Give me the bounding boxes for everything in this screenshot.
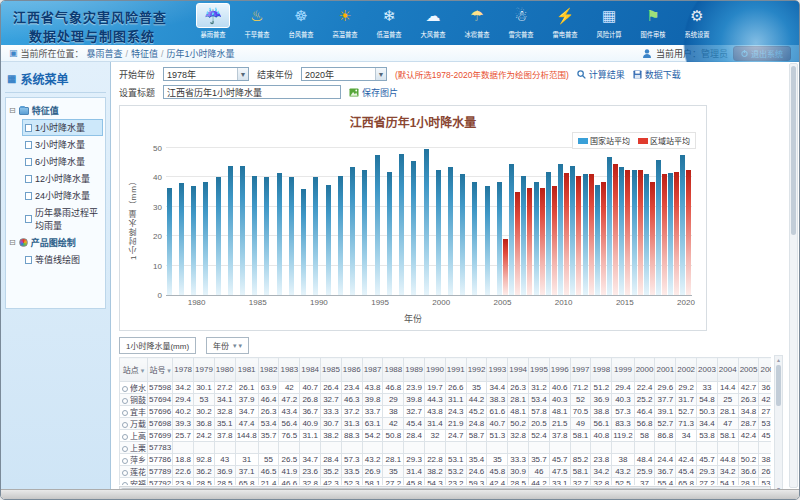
year-column-header[interactable]: 2000: [634, 358, 655, 382]
radio-icon[interactable]: [122, 386, 128, 392]
year-column-header[interactable]: 1997: [570, 358, 591, 382]
station-cell[interactable]: 莲花: [120, 466, 148, 478]
toolbar-item-6[interactable]: ☁大风普查: [411, 3, 455, 39]
station-cell[interactable]: 宜丰: [120, 406, 148, 418]
scroll-up-icon[interactable]: ▴: [775, 356, 782, 363]
radio-icon[interactable]: [122, 398, 128, 404]
table-row[interactable]: 萍乡5778618.892.843315526.534.728.457.343.…: [120, 454, 772, 466]
sidebar-item[interactable]: 6小时降水量: [22, 153, 103, 170]
year-filter-box[interactable]: 年份▾ ▾: [206, 337, 249, 354]
year-column-header[interactable]: 1996: [549, 358, 570, 382]
data-download-button[interactable]: 数据下载: [633, 68, 681, 81]
year-column-header[interactable]: 1987: [362, 358, 383, 382]
chart-title-input[interactable]: [163, 85, 341, 99]
sidebar-item[interactable]: 12小时降水量: [22, 170, 103, 187]
sidebar-item[interactable]: 历年暴雨过程平均雨量: [22, 204, 103, 234]
breadcrumb-item[interactable]: 历年1小时降水量: [167, 49, 235, 59]
station-cell[interactable]: 修水: [120, 382, 148, 394]
code-column-header[interactable]: 站号 ▾: [148, 358, 173, 382]
toolbar-item-1[interactable]: ☔暴雨普查: [191, 3, 235, 39]
radio-icon[interactable]: [122, 410, 128, 416]
sidebar-group-1[interactable]: ⊟特征值: [8, 102, 103, 119]
save-image-button[interactable]: 保存图片: [349, 86, 398, 99]
expand-icon[interactable]: ⊟: [9, 238, 16, 247]
toolbar-item-8[interactable]: ☃雪灾普查: [499, 3, 543, 39]
table-metric-box[interactable]: 1小时降水量(mm): [119, 337, 196, 354]
station-cell[interactable]: 上栗: [120, 442, 148, 454]
year-column-header[interactable]: 1985: [321, 358, 342, 382]
sidebar-item[interactable]: 1小时降水量: [22, 119, 103, 136]
table-row[interactable]: 上栗57783: [120, 442, 772, 454]
sidebar-item[interactable]: 3小时降水量: [22, 136, 103, 153]
chart-legend[interactable]: 国家站平均 区域站平均: [572, 132, 696, 149]
year-column-header[interactable]: 2003: [697, 358, 718, 382]
year-column-header[interactable]: 1992: [466, 358, 487, 382]
station-cell[interactable]: 萍乡: [120, 454, 148, 466]
year-column-header[interactable]: 1998: [591, 358, 612, 382]
year-column-header[interactable]: 1999: [612, 358, 634, 382]
breadcrumb-item[interactable]: 暴雨普查: [87, 49, 123, 59]
sort-icons[interactable]: ▾ ▾: [233, 342, 242, 350]
table-row[interactable]: 铜鼓5769429.45334.137.946.447.226.832.746.…: [120, 394, 772, 406]
year-column-header[interactable]: 1989: [404, 358, 425, 382]
toolbar-item-4[interactable]: ☀高温普查: [323, 3, 367, 39]
year-column-header[interactable]: 2002: [676, 358, 697, 382]
radio-icon[interactable]: [122, 446, 128, 452]
sidebar-group-2[interactable]: ⊟产品图绘制: [8, 234, 103, 251]
end-year-select[interactable]: 2020年▼: [301, 67, 387, 81]
table-row[interactable]: 万载5769839.336.835.147.453.456.440.930.73…: [120, 418, 772, 430]
year-column-header[interactable]: 1983: [279, 358, 300, 382]
station-cell[interactable]: 万载: [120, 418, 148, 430]
toolbar-item-2[interactable]: ♨干旱普查: [235, 3, 279, 39]
year-column-header[interactable]: 1995: [529, 358, 550, 382]
chevron-down-icon[interactable]: ▼: [375, 68, 386, 80]
toolbar-item-5[interactable]: ❄低温普查: [367, 3, 411, 39]
year-column-header[interactable]: 2006: [759, 358, 771, 382]
table-row[interactable]: 安福5779223.928.528.565.821.446.632.842.35…: [120, 478, 772, 486]
year-column-header[interactable]: 1979: [194, 358, 215, 382]
scroll-down-icon[interactable]: ▾: [775, 485, 782, 489]
breadcrumb-item[interactable]: 特征值: [131, 49, 158, 59]
radio-icon[interactable]: [122, 422, 128, 428]
year-column-header[interactable]: 1978: [173, 358, 194, 382]
radio-icon[interactable]: [122, 470, 128, 476]
sidebar-item[interactable]: 24小时降水量: [22, 187, 103, 204]
year-column-header[interactable]: 2004: [717, 358, 738, 382]
station-cell[interactable]: 安福: [120, 478, 148, 486]
toolbar-item-3[interactable]: ☸台风普查: [279, 3, 323, 39]
station-column-header[interactable]: 站点 ▾: [120, 358, 148, 382]
year-column-header[interactable]: 1980: [214, 358, 235, 382]
sort-icon[interactable]: ▾: [165, 367, 170, 374]
radio-icon[interactable]: [122, 458, 128, 464]
year-column-header[interactable]: 2001: [655, 358, 676, 382]
table-row[interactable]: 修水5759834.230.127.226.163.94240.726.423.…: [120, 382, 772, 394]
year-column-header[interactable]: 1986: [341, 358, 362, 382]
table-row[interactable]: 宜丰5769640.230.232.834.726.343.436.733.33…: [120, 406, 772, 418]
page-vertical-scrollbar[interactable]: [789, 63, 798, 488]
page-scroll-thumb[interactable]: [791, 66, 796, 235]
year-column-header[interactable]: 1981: [235, 358, 258, 382]
table-vertical-scrollbar[interactable]: ▴ ▾: [774, 355, 783, 489]
sidebar-item[interactable]: 等值线绘图: [22, 251, 103, 268]
toolbar-item-9[interactable]: ⚡雷电普查: [543, 3, 587, 39]
toolbar-item-7[interactable]: ☂冰雹普查: [455, 3, 499, 39]
year-column-header[interactable]: 1990: [425, 358, 446, 382]
legend-item-national[interactable]: 国家站平均: [578, 135, 630, 146]
sort-icon[interactable]: ▾: [139, 367, 144, 374]
legend-item-regional[interactable]: 区域站平均: [638, 135, 690, 146]
year-column-header[interactable]: 1991: [445, 358, 466, 382]
chevron-down-icon[interactable]: ▼: [237, 68, 248, 80]
year-column-header[interactable]: 1982: [258, 358, 279, 382]
horizontal-scroll-thumb[interactable]: [121, 488, 667, 489]
toolbar-item-11[interactable]: ⚑图件审核: [631, 3, 675, 39]
year-column-header[interactable]: 2005: [738, 358, 759, 382]
station-cell[interactable]: 铜鼓: [120, 394, 148, 406]
table-row[interactable]: 上高5769925.724.237.8144.835.776.531.138.2…: [120, 430, 772, 442]
year-column-header[interactable]: 1988: [383, 358, 404, 382]
year-column-header[interactable]: 1984: [300, 358, 321, 382]
expand-icon[interactable]: ⊟: [9, 106, 16, 115]
toolbar-item-10[interactable]: ▦风险计算: [587, 3, 631, 39]
year-column-header[interactable]: 1993: [487, 358, 508, 382]
start-year-select[interactable]: 1978年▼: [163, 67, 249, 81]
radio-icon[interactable]: [122, 434, 128, 440]
